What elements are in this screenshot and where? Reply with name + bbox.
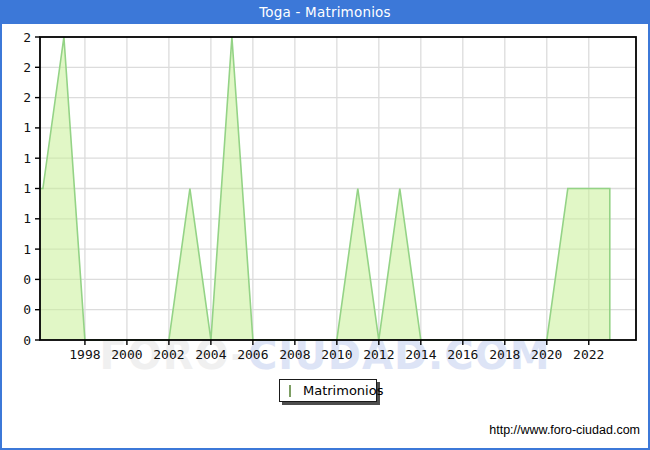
svg-text:1998: 1998	[69, 347, 100, 362]
svg-text:1: 1	[23, 120, 31, 135]
legend: Matrimonios	[279, 379, 377, 402]
svg-text:2018: 2018	[489, 347, 520, 362]
svg-text:2008: 2008	[279, 347, 310, 362]
svg-text:2000: 2000	[111, 347, 142, 362]
svg-text:1: 1	[23, 181, 31, 196]
svg-text:1: 1	[23, 151, 31, 166]
legend-swatch-icon	[289, 385, 291, 397]
svg-text:2: 2	[23, 30, 31, 45]
svg-text:2022: 2022	[573, 347, 604, 362]
legend-label: Matrimonios	[303, 384, 383, 397]
svg-text:1: 1	[23, 211, 31, 226]
svg-text:2002: 2002	[153, 347, 184, 362]
chart-window: Toga - Matrimonios FORO-CIUDAD.COM 00011…	[0, 0, 650, 450]
svg-text:2: 2	[23, 90, 31, 105]
svg-text:2020: 2020	[531, 347, 562, 362]
svg-text:2014: 2014	[405, 347, 436, 362]
footer-url[interactable]: http://www.foro-ciudad.com	[489, 423, 640, 437]
svg-text:0: 0	[23, 302, 31, 317]
svg-text:1: 1	[23, 242, 31, 257]
svg-text:2012: 2012	[363, 347, 394, 362]
svg-text:2006: 2006	[237, 347, 268, 362]
svg-text:2010: 2010	[321, 347, 352, 362]
svg-text:2004: 2004	[195, 347, 226, 362]
svg-text:0: 0	[23, 272, 31, 287]
svg-text:2016: 2016	[447, 347, 478, 362]
svg-text:0: 0	[23, 333, 31, 348]
svg-text:2: 2	[23, 60, 31, 75]
